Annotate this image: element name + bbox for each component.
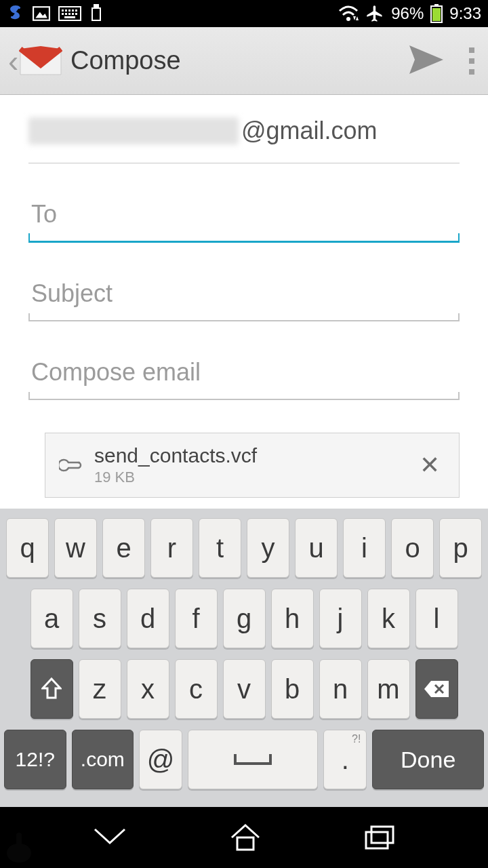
- paperclip-icon: [59, 454, 82, 476]
- attachment-chip: send_contacts.vcf 19 KB ✕: [45, 433, 460, 498]
- key-f[interactable]: f: [175, 589, 218, 648]
- key-s[interactable]: s: [79, 589, 121, 648]
- key-period-hint: ?!: [352, 733, 361, 745]
- from-field[interactable]: @gmail.com: [28, 103, 460, 163]
- nav-recent-button[interactable]: [362, 824, 397, 851]
- compose-form: @gmail.com send_contacts.vcf 19 KB ✕: [0, 95, 488, 509]
- body-input[interactable]: [28, 351, 460, 399]
- svg-marker-25: [43, 679, 60, 698]
- key-g[interactable]: g: [223, 589, 266, 648]
- svg-rect-7: [75, 9, 77, 12]
- battery-percentage: 96%: [391, 4, 424, 23]
- key-at[interactable]: @: [139, 730, 182, 789]
- key-a[interactable]: a: [30, 589, 73, 648]
- svg-marker-1: [35, 12, 47, 18]
- key-shift[interactable]: [30, 659, 73, 719]
- key-j[interactable]: j: [319, 589, 362, 648]
- svg-rect-15: [92, 8, 100, 20]
- key-v[interactable]: v: [223, 659, 266, 719]
- attachment-name: send_contacts.vcf: [94, 444, 414, 467]
- from-address-suffix: @gmail.com: [241, 117, 378, 145]
- overflow-menu-button[interactable]: [464, 47, 480, 75]
- attachment-size: 19 KB: [94, 469, 414, 486]
- svg-rect-3: [62, 9, 64, 12]
- key-b[interactable]: b: [271, 659, 314, 719]
- key-n[interactable]: n: [319, 659, 362, 719]
- key-l[interactable]: l: [415, 589, 458, 648]
- key-e[interactable]: e: [102, 518, 145, 578]
- body-row: [28, 351, 460, 400]
- svg-rect-32: [371, 827, 393, 843]
- key-backspace[interactable]: [415, 659, 458, 719]
- key-z[interactable]: z: [79, 659, 121, 719]
- svg-point-29: [7, 844, 31, 863]
- usb-icon: [89, 4, 103, 23]
- key-symbols[interactable]: 12!?: [4, 730, 66, 789]
- svg-point-16: [346, 17, 350, 21]
- key-p[interactable]: p: [439, 518, 482, 578]
- key-u[interactable]: u: [295, 518, 338, 578]
- svg-rect-6: [72, 9, 74, 12]
- appbar-title: Compose: [70, 46, 181, 75]
- picture-icon: [33, 6, 50, 21]
- key-h[interactable]: h: [271, 589, 314, 648]
- svg-rect-33: [366, 832, 388, 848]
- remove-attachment-button[interactable]: ✕: [414, 446, 445, 485]
- key-x[interactable]: x: [127, 659, 169, 719]
- svg-marker-24: [409, 45, 443, 74]
- key-c[interactable]: c: [175, 659, 218, 719]
- svg-rect-11: [72, 13, 74, 15]
- send-button[interactable]: [408, 44, 445, 78]
- svg-rect-9: [65, 13, 67, 15]
- svg-rect-13: [64, 16, 75, 18]
- nav-back-button[interactable]: [91, 825, 129, 850]
- svg-rect-5: [68, 9, 70, 12]
- key-t[interactable]: t: [199, 518, 241, 578]
- key-m[interactable]: m: [367, 659, 410, 719]
- svg-rect-0: [33, 7, 49, 20]
- key-dotcom[interactable]: .com: [72, 730, 134, 789]
- to-input[interactable]: [28, 193, 460, 241]
- wifi-icon: [338, 5, 359, 22]
- svg-rect-21: [432, 8, 441, 21]
- android-statusbar: 96% 9:33: [0, 0, 488, 27]
- subject-input[interactable]: [28, 273, 460, 320]
- svg-rect-12: [75, 13, 77, 15]
- key-w[interactable]: w: [54, 518, 97, 578]
- key-done[interactable]: Done: [372, 730, 484, 789]
- app-s-icon: [7, 5, 24, 22]
- key-d[interactable]: d: [127, 589, 169, 648]
- key-period[interactable]: .?!: [323, 730, 367, 789]
- svg-rect-31: [237, 837, 253, 850]
- airplane-mode-icon: [365, 4, 384, 23]
- svg-rect-8: [62, 13, 64, 15]
- svg-marker-17: [353, 16, 356, 20]
- from-address-redacted: [28, 117, 239, 144]
- battery-icon: [430, 4, 443, 23]
- keyboard-row-3: z x c v b n m: [4, 659, 484, 719]
- svg-rect-10: [68, 13, 70, 15]
- key-r[interactable]: r: [150, 518, 193, 578]
- subject-row: [28, 273, 460, 321]
- svg-marker-18: [356, 16, 359, 20]
- svg-marker-26: [424, 681, 449, 697]
- svg-rect-4: [65, 9, 67, 12]
- key-space[interactable]: [188, 730, 318, 789]
- key-k[interactable]: k: [367, 589, 410, 648]
- svg-rect-30: [16, 833, 22, 845]
- gmail-icon[interactable]: [19, 45, 62, 77]
- keyboard-row-4: 12!? .com @ .?! Done: [4, 730, 484, 789]
- key-q[interactable]: q: [6, 518, 49, 578]
- key-o[interactable]: o: [391, 518, 434, 578]
- to-row: [28, 193, 460, 243]
- keyboard-row-1: q w e r t y u i o p: [4, 518, 484, 578]
- compose-appbar: ‹ Compose: [0, 27, 488, 95]
- soft-keyboard: q w e r t y u i o p a s d f g h j k l z …: [0, 509, 488, 807]
- clock: 9:33: [449, 4, 481, 23]
- nav-home-button[interactable]: [229, 823, 262, 852]
- keyboard-row-2: a s d f g h j k l: [4, 589, 484, 648]
- key-y[interactable]: y: [247, 518, 289, 578]
- key-i[interactable]: i: [343, 518, 386, 578]
- watermark: [4, 829, 34, 864]
- keyboard-status-icon: [58, 6, 81, 21]
